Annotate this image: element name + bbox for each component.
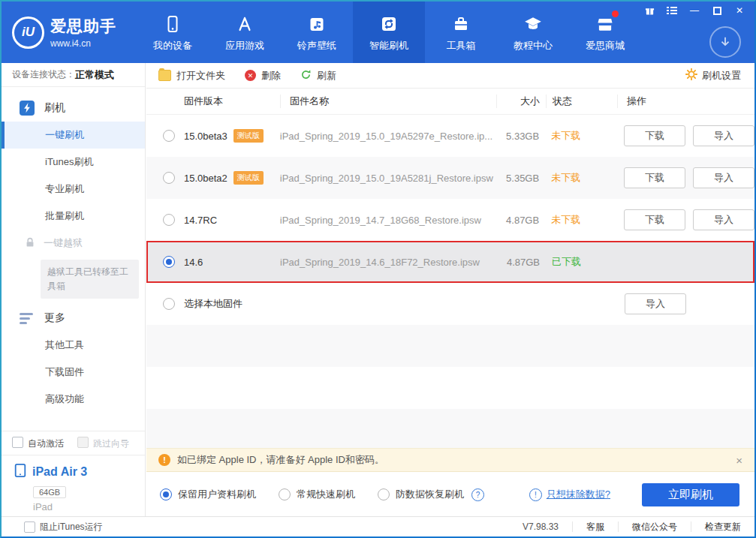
flash-now-button[interactable]: 立即刷机 xyxy=(642,483,739,506)
logo-mark-icon: iU xyxy=(12,17,44,49)
sidebar-group-more[interactable]: 更多 xyxy=(2,305,145,332)
logo-url: www.i4.cn xyxy=(50,38,116,49)
import-button[interactable]: 导入 xyxy=(693,125,754,146)
radio-button[interactable] xyxy=(163,298,175,310)
close-icon[interactable]: × xyxy=(736,454,742,467)
skip-wizard-checkbox[interactable]: 跳过向导 xyxy=(77,437,129,450)
firmware-size: 5.35GB xyxy=(495,173,545,184)
import-button[interactable]: 导入 xyxy=(693,209,754,230)
erase-data-link[interactable]: ! 只想抹除数据? xyxy=(529,488,610,501)
customer-service-link[interactable]: 客服 xyxy=(572,521,618,532)
nav-toolbox[interactable]: 工具箱 xyxy=(425,2,497,63)
app-header: iU 爱思助手 www.i4.cn 我的设备 应用游戏 xyxy=(2,2,754,63)
table-row[interactable]: 14.7RC iPad_Spring_2019_14.7_18G68_Resto… xyxy=(146,199,754,241)
gift-icon[interactable] xyxy=(643,5,655,16)
radio-button[interactable] xyxy=(163,214,175,226)
maximize-button[interactable] xyxy=(711,5,723,16)
download-button[interactable]: 下载 xyxy=(624,125,685,146)
sidebar-item-one-key-flash[interactable]: 一键刷机 xyxy=(2,122,145,149)
checkbox-icon xyxy=(24,521,35,533)
radio-button-selected[interactable] xyxy=(163,256,175,268)
block-itunes-checkbox[interactable]: 阻止iTunes运行 xyxy=(24,521,103,533)
option-anti-data-recovery[interactable]: 防数据恢复刷机 ? xyxy=(378,488,484,501)
flash-options-bar: 保留用户资料刷机 常规快速刷机 防数据恢复刷机 ? ! 只想抹除数据? 立即刷机 xyxy=(146,472,754,517)
option-label: 保留用户资料刷机 xyxy=(178,488,256,501)
sidebar-item-label: 一键越狱 xyxy=(44,236,83,250)
jailbreak-moved-note: 越狱工具已转移至工具箱 xyxy=(41,260,139,299)
info-icon: ! xyxy=(529,488,542,501)
download-center-button[interactable] xyxy=(709,26,741,58)
sidebar-item-label: iTunes刷机 xyxy=(45,155,94,169)
nav-smart-flash[interactable]: 智能刷机 xyxy=(353,2,425,63)
beta-badge: 测试版 xyxy=(233,129,264,143)
status-badge: 未下载 xyxy=(545,213,616,227)
button-label: 刷机设置 xyxy=(702,69,741,83)
list-icon[interactable] xyxy=(666,5,678,16)
radio-button xyxy=(378,488,390,500)
download-button[interactable]: 下载 xyxy=(624,209,685,230)
flash-settings-button[interactable]: 刷机设置 xyxy=(685,68,741,83)
auto-activate-checkbox[interactable]: 自动激活 xyxy=(12,437,64,450)
sidebar-item-jailbreak[interactable]: 一键越狱 xyxy=(2,230,145,257)
sidebar-item-other-tools[interactable]: 其他工具 xyxy=(2,332,145,359)
firmware-version: 15.0beta3 xyxy=(184,131,227,142)
notification-dot xyxy=(612,11,619,17)
firmware-version: 15.0beta2 xyxy=(184,173,227,184)
nav-label: 铃声壁纸 xyxy=(297,39,336,53)
check-update-link[interactable]: 检查更新 xyxy=(691,521,754,532)
table-row-selected[interactable]: 14.6 iPad_Spring_2019_14.6_18F72_Restore… xyxy=(146,241,754,283)
sidebar-item-label: 下载固件 xyxy=(45,365,84,379)
option-normal-fast-flash[interactable]: 常规快速刷机 xyxy=(279,488,355,501)
close-button[interactable]: ✕ xyxy=(733,5,745,16)
help-icon[interactable]: ? xyxy=(471,488,484,501)
sidebar-group-flash[interactable]: 刷机 xyxy=(2,95,145,122)
wechat-account-link[interactable]: 微信公众号 xyxy=(618,521,691,532)
logo-title: 爱思助手 xyxy=(50,16,116,37)
main-content: 打开文件夹 ✕ 删除 刷新 刷机设置 固件版本 固件名称 xyxy=(146,63,754,517)
download-button[interactable]: 下载 xyxy=(624,167,685,188)
button-label: 打开文件夹 xyxy=(176,69,225,83)
sidebar-item-label: 专业刷机 xyxy=(45,182,84,196)
smart-flash-icon xyxy=(380,13,398,35)
firmware-size: 4.87GB xyxy=(496,257,546,268)
sidebar-item-batch-flash[interactable]: 批量刷机 xyxy=(2,203,145,230)
nav-my-device[interactable]: 我的设备 xyxy=(137,2,209,63)
nav-label: 智能刷机 xyxy=(369,39,408,53)
delete-button[interactable]: ✕ 删除 xyxy=(245,69,281,83)
open-folder-button[interactable]: 打开文件夹 xyxy=(158,69,225,83)
refresh-icon xyxy=(300,69,312,83)
refresh-button[interactable]: 刷新 xyxy=(300,69,336,83)
sidebar-group-label: 刷机 xyxy=(44,101,65,115)
button-label: 删除 xyxy=(261,69,281,83)
checkbox-icon xyxy=(77,437,89,448)
sidebar-item-itunes-flash[interactable]: iTunes刷机 xyxy=(2,149,145,176)
delete-icon: ✕ xyxy=(245,70,256,81)
sidebar-item-advanced-features[interactable]: 高级功能 xyxy=(2,386,145,413)
sidebar-item-pro-flash[interactable]: 专业刷机 xyxy=(2,176,145,203)
col-size: 大小 xyxy=(496,95,546,108)
firmware-toolbar: 打开文件夹 ✕ 删除 刷新 刷机设置 xyxy=(146,63,754,89)
status-bar: 阻止iTunes运行 V7.98.33 客服 微信公众号 检查更新 xyxy=(2,516,754,536)
erase-link-label: 只想抹除数据? xyxy=(547,488,610,501)
firmware-size: 5.33GB xyxy=(495,131,545,142)
table-row[interactable]: 15.0beta3测试版 iPad_Spring_2019_15.0_19A52… xyxy=(146,115,754,157)
nav-apps-games[interactable]: 应用游戏 xyxy=(209,2,281,63)
nav-tutorials[interactable]: 教程中心 xyxy=(497,2,569,63)
app-logo: iU 爱思助手 www.i4.cn xyxy=(12,16,137,49)
import-button[interactable]: 导入 xyxy=(625,293,686,314)
radio-button[interactable] xyxy=(163,172,175,184)
nav-label: 爱思商城 xyxy=(586,39,625,53)
table-row[interactable]: 15.0beta2测试版 iPad_Spring_2019_15.0_19A52… xyxy=(146,157,754,199)
nav-mall[interactable]: 爱思商城 xyxy=(569,2,641,63)
empty-row-stripe xyxy=(146,367,754,409)
notice-text: 如已绑定 Apple ID，请准备好 Apple ID和密码。 xyxy=(177,453,384,467)
radio-button[interactable] xyxy=(163,130,175,142)
option-keep-user-data[interactable]: 保留用户资料刷机 xyxy=(160,488,256,501)
table-row-local-firmware[interactable]: 选择本地固件 导入 xyxy=(146,283,754,325)
firmware-list: 15.0beta3测试版 iPad_Spring_2019_15.0_19A52… xyxy=(146,115,754,448)
checkbox-label: 阻止iTunes运行 xyxy=(40,521,103,533)
sidebar-item-download-firmware[interactable]: 下载固件 xyxy=(2,359,145,386)
minimize-button[interactable]: — xyxy=(688,5,700,16)
import-button[interactable]: 导入 xyxy=(693,167,754,188)
nav-ringtones[interactable]: 铃声壁纸 xyxy=(281,2,353,63)
